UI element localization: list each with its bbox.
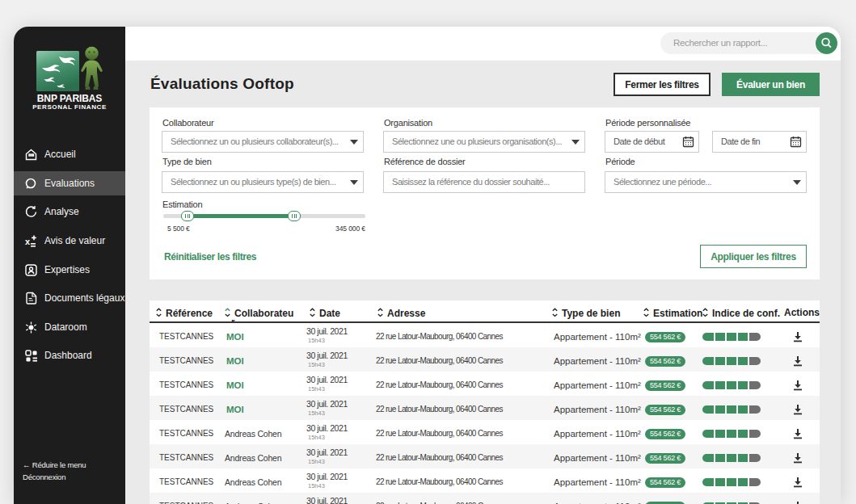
- svg-text:x: x: [25, 237, 31, 246]
